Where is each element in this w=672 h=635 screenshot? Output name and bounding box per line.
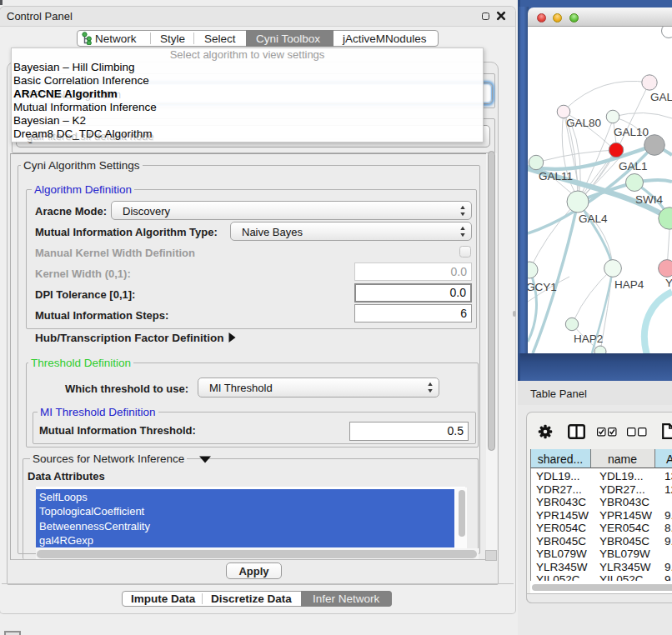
- svg-text:Y: Y: [665, 277, 672, 289]
- svg-text:HAP2: HAP2: [574, 332, 603, 345]
- svg-text:GAL10: GAL10: [614, 126, 649, 138]
- svg-text:GAL4: GAL4: [579, 212, 608, 225]
- svg-text:HAP4: HAP4: [614, 278, 644, 291]
- svg-text:GCY1: GCY1: [528, 281, 557, 293]
- svg-text:GAL1: GAL1: [619, 160, 648, 172]
- svg-text:GAL7: GAL7: [650, 91, 672, 103]
- svg-text:GAL80: GAL80: [566, 117, 601, 129]
- svg-text:SWI4: SWI4: [635, 193, 663, 206]
- svg-text:GAL11: GAL11: [539, 170, 573, 182]
